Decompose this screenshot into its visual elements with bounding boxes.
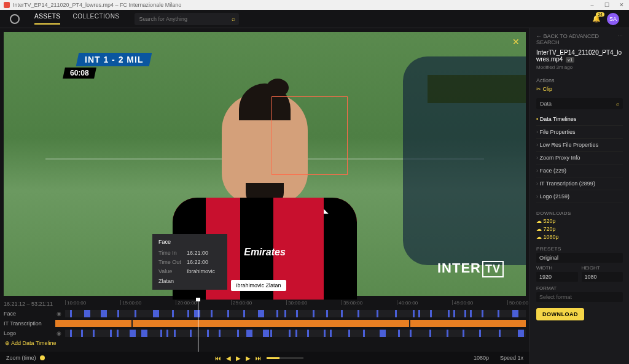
face-label-chip[interactable]: Ibrahimovic Zlatan (231, 280, 286, 291)
avatar[interactable]: SA (607, 13, 619, 25)
back-link[interactable]: BACK TO ADVANCED SEARCH (536, 33, 623, 45)
accordion-item[interactable]: Data Timelines (536, 113, 623, 126)
logo-icon[interactable] (10, 14, 20, 24)
accordion-item[interactable]: Logo (2159) (536, 190, 623, 203)
puma-icon: ◣ (324, 207, 329, 214)
notification-badge: 24 (596, 12, 604, 17)
time-tick: 15:00:00 (120, 300, 141, 305)
time-tick: 10:00:00 (65, 300, 86, 305)
file-name: InterTV_EP14_211020_PT4_lowres.mp4 (536, 49, 622, 63)
format-label: FORMAT (536, 285, 623, 291)
playback-controls: ⏮ ◀ ▶ ▶ ⏭ (215, 355, 303, 362)
notifications-button[interactable]: 🔔24 (592, 15, 601, 23)
scoreboard: INT 1 - 2 MIL (76, 53, 152, 66)
download-option[interactable]: 1080p (536, 234, 623, 240)
minimize-button[interactable]: – (585, 0, 600, 10)
width-input[interactable]: 1920 (536, 272, 578, 282)
download-option[interactable]: 520p (536, 218, 623, 224)
nav-collections[interactable]: COLLECTIONS (72, 13, 119, 25)
search-icon[interactable]: ⌕ (232, 15, 235, 22)
timecode-total: 53:21:11 (31, 301, 53, 307)
face-detection-box[interactable] (272, 96, 348, 175)
preset-select[interactable]: Original (536, 253, 623, 263)
width-label: WIDTH (536, 265, 578, 271)
os-titlebar: InterTV_EP14_211020_PT4_lowres.mp4 – FC … (0, 0, 629, 10)
resolution-select[interactable]: 1080p (474, 355, 489, 361)
version-badge: v1 (566, 57, 574, 63)
downloads-heading: DOWNLOADS (536, 211, 623, 216)
marker-tooltip: Face Time In16:21:00 Time Out16:22:00 Va… (152, 234, 227, 290)
height-input[interactable]: 1080 (582, 272, 623, 282)
actions-heading: Actions (536, 77, 623, 83)
skip-back-icon[interactable]: ⏮ (215, 355, 221, 362)
accordion-item[interactable]: File Properties (536, 126, 623, 139)
clip-button[interactable]: Clip (536, 86, 623, 92)
time-tick: 35:00:00 (342, 300, 362, 305)
timeline[interactable]: 16:21:12 – 53:21:11 10:00:0015:00:0020:0… (0, 300, 529, 352)
format-select[interactable]: Select format (536, 292, 623, 302)
more-icon[interactable]: ⋯ (617, 33, 623, 39)
accordion-item[interactable]: Low Res File Properties (536, 139, 623, 152)
playhead[interactable] (198, 300, 198, 352)
maximize-button[interactable]: ☐ (600, 0, 614, 10)
accordion-item[interactable]: IT Transcription (2899) (536, 177, 623, 190)
data-search-field[interactable]: Data ⌕ (536, 98, 623, 109)
channel-watermark: INTERTV (437, 260, 504, 277)
close-icon[interactable]: ✕ (512, 37, 520, 47)
close-button[interactable]: ✕ (614, 0, 629, 10)
time-tick: 40:00:00 (397, 300, 418, 305)
video-viewer[interactable]: Emirates ◣ INT 1 - 2 MIL 60:08 INTERTV ✕… (4, 32, 526, 296)
accordion-item[interactable]: Face (229) (536, 165, 623, 177)
time-tick: 30:00:00 (286, 300, 307, 305)
time-tick: 25:00:00 (231, 300, 252, 305)
eye-icon[interactable]: ◉ (57, 311, 61, 317)
time-ruler[interactable]: 10:00:0015:00:0020:00:0025:00:0030:00:00… (65, 300, 526, 308)
height-label: HEIGHT (582, 265, 623, 271)
window-title: InterTV_EP14_211020_PT4_lowres.mp4 – FC … (13, 2, 181, 8)
match-clock: 60:08 (63, 68, 96, 79)
search-input[interactable] (135, 13, 239, 25)
eye-icon[interactable]: ◉ (57, 330, 61, 336)
timeline-track[interactable]: Face◉ (4, 309, 526, 318)
timeline-track[interactable]: Logo◉ (4, 329, 526, 338)
zoom-slider[interactable] (40, 355, 45, 360)
modified-text: Modified 3m ago (536, 64, 623, 70)
frame-forward-icon[interactable]: ▶ (246, 355, 251, 362)
timecode-current: 16:21:12 (4, 301, 25, 307)
play-icon[interactable]: ▶ (236, 355, 241, 362)
download-option[interactable]: 720p (536, 226, 623, 232)
accordion-item[interactable]: Zoom Proxy Info (536, 152, 623, 165)
zoom-label: Zoom (time) (6, 355, 36, 361)
app-icon (4, 2, 10, 8)
search-icon[interactable]: ⌕ (616, 101, 619, 107)
nav-assets[interactable]: ASSETS (34, 13, 60, 25)
progress-bar[interactable] (267, 357, 303, 359)
time-tick: 45:00:00 (452, 300, 473, 305)
bottom-bar: Zoom (time) ⏮ ◀ ▶ ▶ ⏭ 1080p Speed 1x (0, 352, 529, 364)
top-nav: ASSETS COLLECTIONS ⌕ 🔔24 SA (0, 10, 629, 28)
speed-select[interactable]: Speed 1x (500, 355, 523, 361)
background-player (403, 56, 526, 265)
time-tick: 50:00:00 (507, 300, 528, 305)
presets-heading: PRESETS (536, 246, 623, 252)
timeline-track[interactable]: IT Transcription◉ (4, 319, 526, 328)
time-tick: 20:00:00 (176, 300, 197, 305)
add-data-timeline-button[interactable]: Add Data Timeline (4, 340, 526, 346)
frame-back-icon[interactable]: ◀ (226, 355, 231, 362)
jersey-sponsor: Emirates (244, 247, 286, 258)
download-button[interactable]: DOWNLOAD (536, 308, 584, 320)
right-sidebar: ⋯ BACK TO ADVANCED SEARCH InterTV_EP14_2… (529, 28, 629, 364)
skip-forward-icon[interactable]: ⏭ (256, 355, 262, 362)
